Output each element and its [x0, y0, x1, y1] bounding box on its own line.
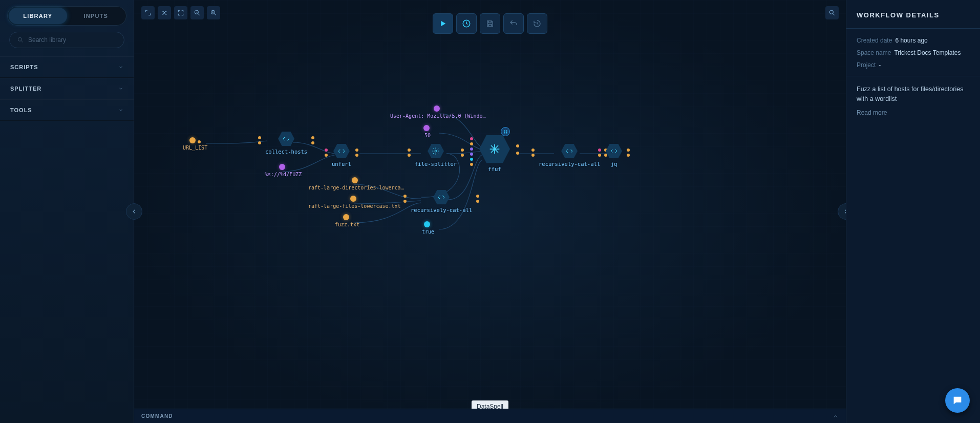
input-fifty[interactable]: 50: [423, 125, 432, 138]
zoom-in-icon: [210, 9, 217, 16]
chip-label: raft-large-files-lowercase.txt: [308, 203, 401, 209]
command-bar-label: COMMAND: [141, 413, 173, 419]
node-unfurl[interactable]: unfurl: [332, 143, 351, 167]
history-button[interactable]: [527, 13, 547, 34]
gear-icon: [432, 147, 440, 155]
history-icon: [532, 19, 542, 28]
input-true[interactable]: true: [422, 221, 434, 235]
meta-created-label: Created date: [857, 37, 892, 44]
node-collect-hosts[interactable]: collect-hosts: [265, 131, 307, 155]
shuffle-icon: [161, 9, 168, 16]
canvas-grid: [134, 0, 846, 423]
left-sidebar: LIBRARY INPUTS SCRIPTS SPLITTER TOOLS: [0, 0, 134, 423]
svg-point-3: [829, 10, 833, 14]
pager-left[interactable]: [126, 203, 142, 220]
svg-rect-6: [504, 130, 505, 131]
meta-space-value: Trickest Docs Templates: [894, 49, 961, 56]
code-icon: [282, 135, 290, 143]
input-raft-files[interactable]: raft-large-files-lowercase.txt: [308, 196, 401, 209]
node-label: file-splitter: [415, 161, 457, 167]
expand-icon: [144, 9, 152, 16]
chevron-down-icon: [118, 65, 123, 70]
section-label: SPLITTER: [10, 86, 41, 92]
details-panel: WORKFLOW DETAILS Created date 6 hours ag…: [846, 0, 980, 423]
run-button[interactable]: [433, 13, 453, 34]
details-title: WORKFLOW DETAILS: [857, 11, 970, 19]
node-label: ffuf: [478, 166, 511, 172]
shuffle-button[interactable]: [158, 6, 171, 19]
meta-created-value: 6 hours ago: [895, 37, 927, 44]
node-settings-badge[interactable]: [501, 127, 510, 136]
tool-icon: [337, 147, 346, 155]
node-recursively-cat-all-1[interactable]: recursively-cat-all: [411, 189, 472, 213]
workflow-canvas[interactable]: URL_LIST User-Agent: Mozilla/5.0 (Windo……: [134, 0, 846, 423]
read-more-link[interactable]: Read more: [857, 109, 970, 116]
svg-point-0: [18, 37, 22, 41]
fit-button[interactable]: [174, 6, 187, 19]
sidebar-search[interactable]: [9, 32, 124, 48]
undo-button[interactable]: [503, 13, 524, 34]
tab-inputs[interactable]: INPUTS: [67, 8, 125, 24]
input-url-list[interactable]: URL_LIST: [183, 137, 207, 151]
details-description: Fuzz a list of hosts for files/directori…: [857, 84, 970, 104]
zoom-out-icon: [194, 9, 201, 16]
node-label: recursively-cat-all: [411, 207, 472, 213]
search-input[interactable]: [28, 36, 117, 44]
input-user-agent[interactable]: User-Agent: Mozilla/5.0 (Windo…: [390, 105, 486, 119]
node-ffuf[interactable]: ffuf: [478, 134, 511, 172]
dot-icon: [424, 221, 430, 227]
chip-label: %s://%d/FUZZ: [265, 172, 302, 177]
node-recursively-cat-all-2[interactable]: recursively-cat-all: [539, 143, 600, 167]
chip-label: 50: [423, 133, 432, 138]
chevron-left-icon: [131, 208, 138, 215]
chip-label: User-Agent: Mozilla/5.0 (Windo…: [390, 113, 486, 119]
svg-point-5: [435, 150, 437, 152]
fullscreen-button[interactable]: [141, 6, 155, 19]
clock-icon: [462, 19, 471, 28]
search-icon: [828, 9, 836, 16]
svg-rect-9: [506, 132, 507, 133]
sidebar-section-splitter[interactable]: SPLITTER: [0, 78, 134, 99]
zoom-out-button[interactable]: [190, 6, 204, 19]
save-icon: [485, 19, 495, 28]
zoom-in-button[interactable]: [207, 6, 220, 19]
svg-rect-7: [506, 130, 507, 131]
command-bar[interactable]: COMMAND: [134, 409, 846, 423]
meta-project-label: Project: [857, 61, 876, 69]
dot-icon: [343, 214, 349, 220]
fit-icon: [177, 9, 184, 16]
tab-library[interactable]: LIBRARY: [9, 8, 67, 24]
sidebar-tab-group: LIBRARY INPUTS: [7, 6, 126, 26]
canvas-search-button[interactable]: [825, 6, 839, 19]
chevron-down-icon: [118, 108, 123, 113]
search-icon: [17, 36, 24, 44]
canvas-action-bar: [433, 13, 547, 34]
meta-space-label: Space name: [857, 49, 891, 56]
undo-icon: [509, 19, 518, 28]
section-label: TOOLS: [10, 107, 32, 113]
grid-icon: [503, 130, 508, 134]
save-button[interactable]: [480, 13, 500, 34]
chip-label: raft-large-directories-lowerca…: [308, 185, 404, 191]
chat-icon: [952, 395, 963, 406]
schedule-button[interactable]: [456, 13, 477, 34]
dot-icon: [189, 137, 196, 143]
svg-rect-8: [504, 132, 505, 133]
node-file-splitter[interactable]: file-splitter: [415, 143, 457, 167]
dot-icon: [352, 177, 358, 183]
node-label: recursively-cat-all: [539, 161, 600, 167]
ffuf-icon: [487, 142, 502, 156]
code-icon: [610, 147, 618, 155]
chat-fab[interactable]: [945, 388, 970, 413]
meta-project-value: -: [879, 61, 881, 69]
sidebar-section-tools[interactable]: TOOLS: [0, 99, 134, 121]
dot-icon: [434, 105, 440, 112]
input-fuzz-txt[interactable]: fuzz.txt: [335, 214, 359, 227]
input-raft-dirs[interactable]: raft-large-directories-lowerca…: [308, 177, 404, 191]
code-icon: [565, 147, 573, 155]
node-jq[interactable]: jq: [605, 143, 623, 167]
input-fuzz-template[interactable]: %s://%d/FUZZ: [265, 164, 302, 177]
sidebar-section-scripts[interactable]: SCRIPTS: [0, 56, 134, 78]
node-label: jq: [605, 161, 623, 167]
node-label: unfurl: [332, 161, 351, 167]
